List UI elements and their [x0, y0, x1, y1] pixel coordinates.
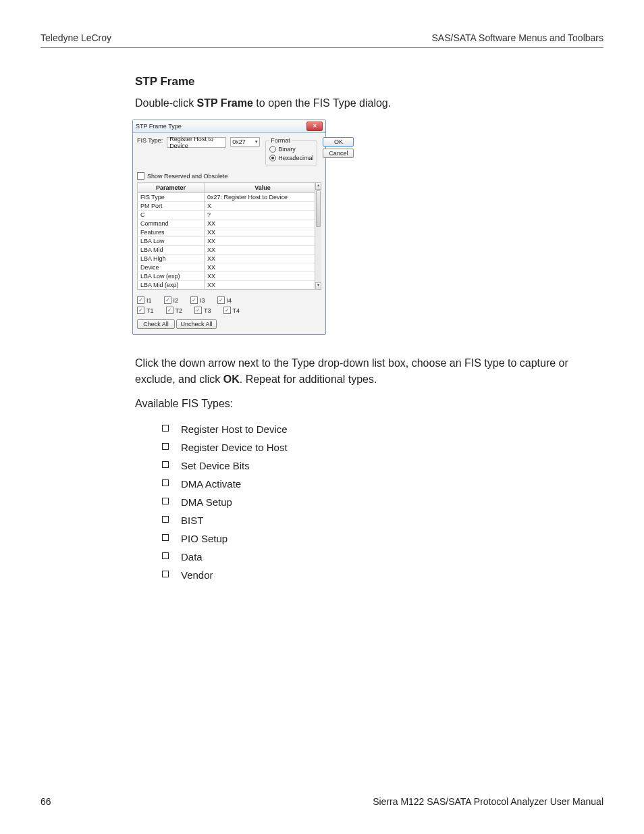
port-checkbox[interactable]: ✓I2 — [164, 296, 179, 304]
col-value: Value — [205, 183, 321, 193]
port-checkbox[interactable]: ✓I1 — [137, 296, 152, 304]
table-row[interactable]: LBA LowXX — [138, 237, 321, 246]
parameter-table-wrap: Parameter Value FIS Type0x27: Register H… — [137, 182, 321, 290]
header-left: Teledyne LeCroy — [41, 32, 111, 43]
fis-type-label: FIS Type: — [137, 137, 163, 144]
list-item: Vendor — [162, 566, 590, 584]
table-row[interactable]: LBA MidXX — [138, 246, 321, 255]
stp-frame-type-dialog: STP Frame Type ✕ FIS Type: Register Host… — [132, 120, 326, 335]
list-item: BIST — [162, 511, 590, 529]
chevron-down-icon: ▾ — [255, 139, 258, 145]
section-title: STP Frame — [135, 75, 590, 88]
cancel-button[interactable]: Cancel — [323, 149, 354, 158]
table-row[interactable]: DeviceXX — [138, 263, 321, 272]
list-item: Register Device to Host — [162, 438, 590, 457]
format-binary-radio[interactable]: Binary — [269, 145, 313, 154]
check-all-button[interactable]: Check All — [137, 319, 175, 329]
port-checkbox[interactable]: ✓T2 — [166, 307, 183, 314]
list-item: PIO Setup — [162, 529, 590, 548]
col-parameter: Parameter — [138, 183, 205, 193]
close-icon[interactable]: ✕ — [306, 122, 323, 131]
list-item: Set Device Bits — [162, 457, 590, 475]
port-checkbox[interactable]: ✓T3 — [194, 307, 211, 314]
page-header: Teledyne LeCroy SAS/SATA Software Menus … — [41, 32, 603, 48]
port-checkbox[interactable]: ✓T4 — [223, 307, 240, 314]
list-item: DMA Activate — [162, 475, 590, 493]
table-row[interactable]: CommandXX — [138, 219, 321, 228]
scroll-thumb — [316, 190, 321, 227]
ok-button[interactable]: OK — [323, 137, 354, 147]
page-number: 66 — [41, 796, 51, 807]
fis-type-input[interactable]: Register Host to Device — [167, 137, 226, 148]
book-title: Sierra M122 SAS/SATA Protocol Analyzer U… — [373, 796, 603, 807]
table-row[interactable]: FIS Type0x27: Register Host to Device — [138, 193, 321, 202]
header-right: SAS/SATA Software Menus and Toolbars — [432, 32, 603, 43]
table-row[interactable]: PM PortX — [138, 202, 321, 211]
fis-type-code-dropdown[interactable]: 0x27 ▾ — [230, 137, 260, 147]
list-item: Register Host to Device — [162, 420, 590, 438]
uncheck-all-button[interactable]: Uncheck All — [176, 319, 217, 329]
available-types-label: Available FIS Types: — [135, 396, 590, 412]
it-checkbox-grid: ✓I1✓I2✓I3✓I4 ✓T1✓T2✓T3✓T4 — [137, 296, 321, 314]
intro-text: Double-click STP Frame to open the FIS T… — [135, 95, 590, 111]
scrollbar[interactable]: ▴ ▾ — [315, 182, 321, 290]
port-checkbox[interactable]: ✓I4 — [217, 296, 232, 304]
list-item: DMA Setup — [162, 493, 590, 511]
format-group: Format Binary Hexadecimal — [265, 137, 317, 165]
parameter-table: Parameter Value FIS Type0x27: Register H… — [137, 182, 321, 290]
port-checkbox[interactable]: ✓T1 — [137, 307, 154, 314]
instruction-text: Click the down arrow next to the Type dr… — [135, 355, 590, 388]
fis-types-list: Register Host to DeviceRegister Device t… — [135, 420, 590, 584]
format-hex-radio[interactable]: Hexadecimal — [269, 154, 313, 163]
show-reserved-checkbox[interactable]: Show Reserved and Obsolete — [137, 172, 321, 180]
table-row[interactable]: LBA Low (exp)XX — [138, 272, 321, 281]
table-row[interactable]: LBA Mid (exp)XX — [138, 281, 321, 290]
scroll-up-icon: ▴ — [315, 182, 321, 190]
scroll-down-icon: ▾ — [315, 282, 321, 290]
table-row[interactable]: LBA HighXX — [138, 255, 321, 263]
table-row[interactable]: FeaturesXX — [138, 228, 321, 237]
table-row[interactable]: C? — [138, 211, 321, 219]
dialog-titlebar[interactable]: STP Frame Type ✕ — [133, 120, 325, 133]
dialog-title: STP Frame Type — [136, 123, 182, 130]
page-footer: 66 Sierra M122 SAS/SATA Protocol Analyze… — [41, 796, 603, 807]
port-checkbox[interactable]: ✓I3 — [190, 296, 205, 304]
list-item: Data — [162, 548, 590, 566]
